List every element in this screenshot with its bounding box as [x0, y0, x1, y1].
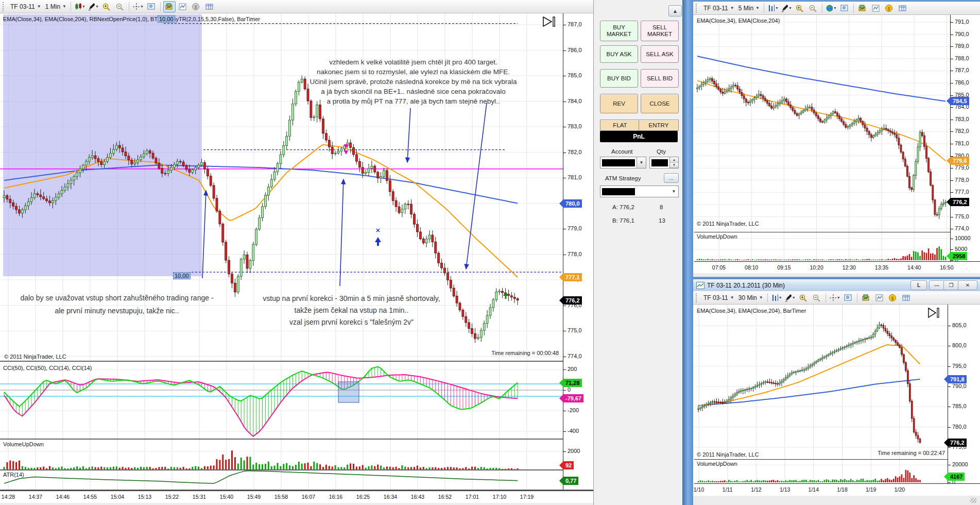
globe-icon[interactable]: ▼ [825, 3, 837, 14]
snapshot-icon[interactable] [842, 292, 854, 304]
interval-selector[interactable]: 30 Min▼ [736, 293, 765, 302]
time-tick: 16:52 [438, 494, 452, 500]
axis-badge: -79,67 [559, 394, 583, 402]
bar-style-icon[interactable]: ▼ [767, 3, 779, 14]
annotation-top: vzhledem k velké volatilitě jsem chtěl j… [268, 57, 559, 106]
crosshair-icon[interactable]: ▼ [829, 292, 841, 304]
interval-selector[interactable]: 1 Min▼ [43, 2, 68, 11]
thirty-min-chart[interactable] [694, 305, 948, 459]
toolbar-grip[interactable] [3, 2, 6, 11]
br-window-titlebar[interactable]: TF 03-11 20.1.2011 (30 Min) L — ❐ ✕ [693, 279, 980, 292]
data-grid-icon[interactable] [203, 1, 216, 12]
zoom-out-icon[interactable] [114, 1, 126, 12]
axis-badge: 0,77 [559, 477, 578, 485]
chart-trader-icon[interactable] [860, 292, 872, 304]
cci-panel[interactable] [0, 362, 563, 439]
axis-badge: 71,28 [559, 379, 582, 387]
pen-icon[interactable]: ▼ [784, 292, 796, 304]
time-tick: 15:40 [220, 494, 233, 500]
axis-badge: 779,6 [947, 157, 969, 165]
minimize-button[interactable]: — [929, 280, 944, 290]
volume-panel[interactable] [0, 440, 563, 469]
toolbar-grip[interactable] [696, 293, 699, 302]
zoom-out-icon[interactable] [807, 3, 819, 14]
pen-icon[interactable]: ▼ [780, 3, 793, 14]
reverse-button[interactable]: REV [600, 94, 638, 113]
close-window-button[interactable]: ✕ [958, 280, 977, 290]
zoom-in-icon[interactable] [797, 292, 810, 304]
time-tick: 16:43 [411, 494, 424, 500]
zoom-out-icon[interactable] [811, 292, 823, 304]
atm-strategy-dropdown[interactable]: ▼ [600, 186, 679, 197]
annotation-line: Učinil jsem správě, protože následná kor… [268, 77, 559, 87]
zoom-in-icon[interactable] [794, 3, 806, 14]
annotation-left: dalo by se uvažovat vstup short zahuštěn… [6, 292, 228, 317]
time-tick: 15:04 [111, 494, 124, 500]
qty-stepper[interactable]: ▲▼ [649, 157, 679, 169]
toolbar-grip[interactable] [696, 4, 699, 13]
bid-quote: B: 776,1 [612, 217, 634, 224]
axis-badge: 776,2 [947, 198, 969, 206]
price-axis-br: 805,0800,0795,0790,0785,0780,0775,0791,8… [948, 305, 980, 483]
time-tick: 16:50 [940, 264, 953, 271]
time-tick: 14:40 [907, 264, 921, 271]
collapse-button[interactable]: ▲ [668, 5, 682, 16]
restore-button[interactable]: ❐ [943, 280, 959, 290]
coin-gold-icon[interactable]: $ [883, 3, 896, 14]
time-tick: 1/19 [866, 486, 876, 493]
link-button[interactable]: L [910, 280, 927, 290]
buy-ask-button[interactable]: BUY ASK [600, 45, 638, 63]
mini-chart-icon[interactable] [873, 292, 886, 304]
atm-more-button[interactable]: ... [664, 173, 679, 183]
buy-market-button[interactable]: BUY MARKET [600, 21, 638, 41]
zoom-in-icon[interactable] [100, 1, 113, 12]
sell-market-button[interactable]: SELL MARKET [641, 21, 679, 41]
sell-bid-button[interactable]: SELL BID [641, 69, 679, 88]
snapshot-icon[interactable] [145, 1, 158, 12]
instrument-selector[interactable]: TF 03-11▼ [8, 2, 43, 11]
crosshair-icon[interactable]: ▼ [132, 1, 144, 12]
sell-ask-button[interactable]: SELL ASK [641, 45, 679, 63]
candle-style-icon[interactable]: ▼ [74, 1, 86, 12]
instrument-selector[interactable]: TF 03-11▼ [701, 293, 736, 302]
price-axis-left: 787,0786,0785,0784,0783,0782,0781,0780,0… [563, 13, 594, 490]
resize-grip[interactable] [970, 498, 976, 503]
flat-button[interactable]: FLAT [600, 120, 640, 131]
annotation-line: vstup na první korekci - 30min a 5 min j… [242, 293, 461, 305]
coin-icon[interactable]: $ [190, 1, 202, 12]
bartimer-icon [542, 15, 557, 28]
time-tick: 1/10 [694, 486, 704, 493]
entry-button[interactable]: ENTRY [639, 120, 679, 131]
range-label-top[interactable]: 10,00 [158, 15, 175, 23]
pen-icon[interactable]: ▼ [87, 1, 99, 12]
time-tick: 17:19 [520, 494, 534, 500]
atr-panel[interactable] [0, 470, 563, 490]
data-grid-icon[interactable] [897, 3, 909, 14]
window-divider[interactable] [682, 0, 693, 505]
interval-selector[interactable]: 5 Min▼ [736, 4, 762, 13]
mini-chart-icon[interactable] [870, 3, 882, 14]
axis-badge: 2958 [947, 252, 967, 260]
range-label-bottom[interactable]: 10,00 [173, 272, 191, 279]
time-tick: 14:55 [83, 494, 97, 500]
coin-gold-icon[interactable]: $ [887, 292, 899, 304]
snapshot-icon[interactable] [838, 3, 851, 14]
annotation-mid: vstup na první korekci - 30min a 5 min j… [242, 293, 461, 328]
chart-trader-icon[interactable] [163, 1, 176, 12]
five-min-chart[interactable] [694, 15, 950, 232]
bar-timer-text: Time remaining = 00:00:48 [443, 350, 559, 356]
copyright-br: © 2011 NinjaTrader, LLC [697, 451, 759, 458]
data-grid-icon[interactable] [900, 292, 913, 304]
account-dropdown[interactable]: ▼ [600, 157, 646, 169]
svg-text:$: $ [891, 295, 893, 300]
mini-chart-icon[interactable] [177, 1, 189, 12]
atm-strategy-label: ATM Strategy [605, 175, 641, 181]
time-axis-br: 1/101/111/121/131/141/181/191/20 [694, 483, 980, 496]
time-tick: 1/14 [809, 486, 819, 493]
time-tick: 10:20 [810, 264, 823, 271]
buy-bid-button[interactable]: BUY BID [600, 69, 638, 88]
chart-trader-icon[interactable] [856, 3, 869, 14]
bar-style-icon[interactable]: ▼ [770, 292, 783, 304]
instrument-selector[interactable]: TF 03-11▼ [701, 4, 736, 13]
close-button[interactable]: CLOSE [641, 94, 679, 113]
